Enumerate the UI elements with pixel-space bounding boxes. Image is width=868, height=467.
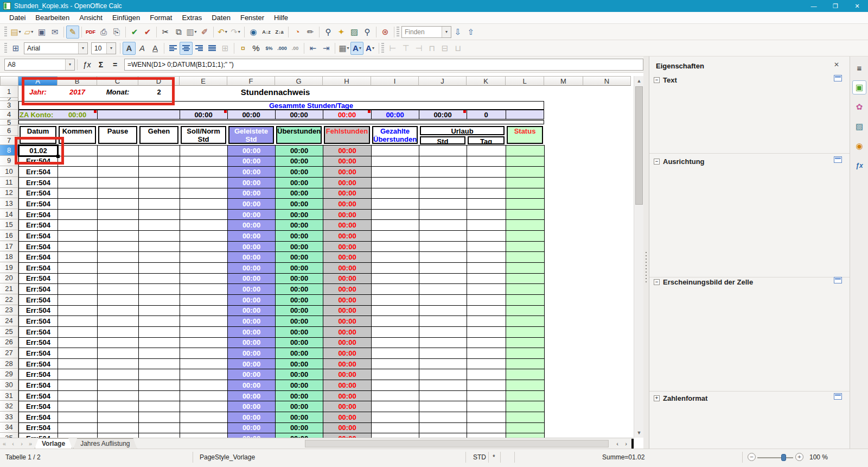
row-header-26[interactable]: 26 — [0, 337, 18, 348]
format-paintbrush-icon[interactable]: ✐ — [198, 26, 211, 39]
cell-I31[interactable] — [371, 390, 419, 402]
cell-H26[interactable]: 00:00 — [323, 337, 372, 349]
cell-H13[interactable]: 00:00 — [323, 198, 372, 210]
last-sheet-icon[interactable]: » — [26, 439, 35, 449]
cell-A30[interactable]: Err:504 — [18, 380, 58, 391]
cell-B33[interactable] — [58, 412, 98, 423]
name-box-dropdown-icon[interactable]: ▾ — [65, 59, 74, 70]
cell-D33[interactable] — [138, 412, 180, 423]
cell-E30[interactable] — [180, 380, 228, 391]
cell-B17[interactable] — [58, 241, 98, 253]
sheet-tab-jahres-auflistung[interactable]: Jahres Auflistung — [73, 438, 137, 449]
cell-G10[interactable]: 00:00 — [275, 166, 323, 178]
cell-A17[interactable]: Err:504 — [18, 241, 58, 253]
find-replace-icon[interactable]: ⚲ — [322, 26, 335, 39]
first-sheet-icon[interactable]: « — [0, 439, 9, 449]
cell-D18[interactable] — [138, 251, 180, 263]
cell-J26[interactable] — [419, 337, 467, 349]
cell-C9[interactable] — [97, 156, 139, 167]
row-header-6[interactable]: 6 — [0, 125, 18, 136]
cell-G33[interactable]: 00:00 — [275, 412, 323, 423]
cell-H10[interactable]: 00:00 — [323, 166, 372, 178]
cell-C26[interactable] — [97, 337, 139, 349]
cell-L28[interactable] — [506, 358, 545, 370]
background-color-icon[interactable]: A▾ — [363, 42, 376, 55]
cell-I4[interactable]: 00:00 — [371, 110, 419, 119]
font-color-icon[interactable]: A▾ — [350, 42, 363, 55]
cell-F22[interactable]: 00:00 — [227, 294, 276, 306]
cell-K12[interactable] — [467, 188, 506, 199]
cell-G14[interactable]: 00:00 — [275, 209, 323, 220]
cell-J19[interactable] — [419, 262, 467, 274]
cell-D17[interactable] — [138, 241, 180, 253]
cell-G25[interactable]: 00:00 — [275, 326, 323, 338]
cell-H11[interactable]: 00:00 — [323, 177, 372, 188]
menu-fenster[interactable]: Fenster — [235, 12, 269, 23]
cell-B26[interactable] — [58, 337, 98, 349]
cell-C32[interactable] — [97, 401, 139, 412]
alignment-dialog-launcher-icon[interactable] — [834, 156, 842, 163]
cell-E21[interactable] — [180, 283, 228, 295]
add-decimal-icon[interactable]: .000 — [276, 42, 289, 55]
cell-K23[interactable] — [467, 305, 506, 317]
name-box[interactable]: A8 ▾ — [4, 59, 75, 71]
sidebar-splitter[interactable] — [643, 56, 649, 449]
sidebar-tab-styles-icon[interactable]: ✿ — [852, 100, 866, 114]
cell-C28[interactable] — [97, 358, 139, 370]
cell-B30[interactable] — [58, 380, 98, 391]
cell-A34[interactable]: Err:504 — [18, 422, 58, 434]
cell-B21[interactable] — [58, 283, 98, 295]
vertical-scrollbar[interactable]: ▲ ▼ — [634, 76, 643, 438]
cell-E31[interactable] — [180, 390, 228, 402]
cell-K33[interactable] — [467, 412, 506, 423]
cell-L18[interactable] — [506, 251, 545, 263]
cell-G12[interactable]: 00:00 — [275, 188, 323, 199]
row-header-22[interactable]: 22 — [0, 294, 18, 305]
delete-decimal-icon[interactable]: .00 — [289, 42, 302, 55]
cell-I32[interactable] — [371, 401, 419, 412]
cell-F4[interactable]: 00:00 — [227, 110, 275, 119]
cell-L31[interactable] — [506, 390, 545, 402]
cell-I22[interactable] — [371, 294, 419, 306]
restore-button[interactable]: ❐ — [825, 0, 846, 12]
cell-A29[interactable]: Err:504 — [18, 369, 58, 380]
cell-J33[interactable] — [419, 412, 467, 423]
row-header-11[interactable]: 11 — [0, 177, 18, 188]
zoom-slider-track[interactable] — [757, 457, 793, 458]
cell-F26[interactable]: 00:00 — [227, 337, 276, 349]
cell-F14[interactable]: 00:00 — [227, 209, 276, 220]
select-all-corner[interactable] — [0, 76, 18, 86]
cell-E18[interactable] — [180, 251, 228, 263]
paste-dropdown-icon[interactable]: ▾ — [195, 29, 197, 34]
cell-B24[interactable] — [58, 315, 98, 327]
cell-F20[interactable]: 00:00 — [227, 273, 276, 285]
cell-H25[interactable]: 00:00 — [323, 326, 372, 338]
cell-F30[interactable]: 00:00 — [227, 380, 276, 391]
cell-J15[interactable] — [419, 219, 467, 231]
auto-spellcheck-icon[interactable]: ✔ — [141, 26, 154, 39]
cell-F34[interactable]: 00:00 — [227, 422, 276, 434]
cell-I8[interactable] — [371, 145, 419, 156]
cell-J27[interactable] — [419, 348, 467, 359]
cell-K13[interactable] — [467, 198, 506, 210]
font-name-combo[interactable]: Arial▾ — [24, 42, 88, 54]
cell-J20[interactable] — [419, 273, 467, 285]
cell-D15[interactable] — [138, 219, 180, 231]
cell-L9[interactable] — [506, 156, 545, 167]
cell-G16[interactable]: 00:00 — [275, 230, 323, 242]
cell-F33[interactable]: 00:00 — [227, 412, 276, 423]
decrease-indent-icon[interactable]: ⇤ — [307, 42, 320, 55]
cell-C31[interactable] — [97, 390, 139, 402]
header-urlaub-tag[interactable]: Tag — [468, 136, 505, 144]
align-object-right-icon[interactable]: ⊣ — [412, 42, 425, 55]
collapse-icon[interactable]: − — [654, 77, 660, 83]
sidebar-tab-navigator-icon[interactable]: ◉ — [852, 139, 866, 153]
sidebar-menu-icon[interactable]: ≡ — [852, 61, 866, 75]
cell-K27[interactable] — [467, 348, 506, 359]
cell-D29[interactable] — [138, 369, 180, 380]
cell-H4[interactable]: 00:00 — [323, 110, 371, 119]
column-header-E[interactable]: E — [180, 76, 227, 86]
zoom-level[interactable]: 100 % — [809, 453, 828, 461]
borders-dropdown-icon[interactable]: ▾ — [347, 46, 349, 51]
row-header-29[interactable]: 29 — [0, 369, 18, 380]
